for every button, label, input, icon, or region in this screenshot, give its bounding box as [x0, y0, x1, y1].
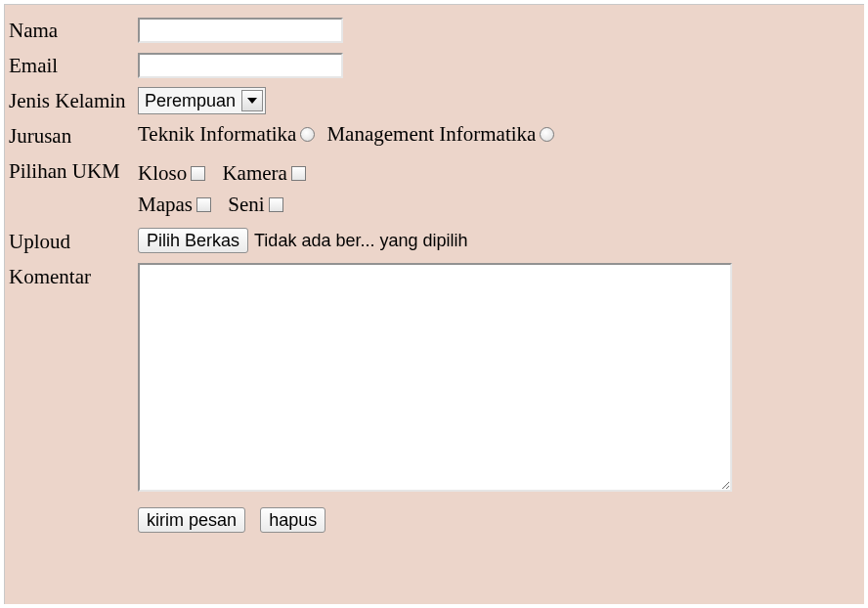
label-komentar: Komentar	[5, 259, 132, 294]
ukm-label-seni: Seni	[228, 189, 268, 220]
file-choose-button[interactable]: Pilih Berkas	[138, 228, 248, 253]
field-pilihan-ukm: Kloso Kamera Mapas Seni	[138, 153, 864, 224]
field-jenis-kelamin: Perempuan	[138, 83, 864, 118]
ukm-option-mapas: Mapas	[138, 189, 221, 220]
ukm-option-kloso: Kloso	[138, 157, 215, 189]
form-panel: Nama Email Jenis Kelamin Perempuan Jurus…	[4, 4, 864, 604]
jenis-kelamin-select[interactable]: Perempuan	[138, 87, 266, 114]
jurusan-radio-management[interactable]	[540, 127, 554, 142]
ukm-label-kloso: Kloso	[138, 157, 191, 189]
ukm-checkbox-mapas[interactable]	[196, 197, 211, 212]
field-komentar: kirim pesan hapus	[138, 259, 864, 537]
form-actions: kirim pesan hapus	[138, 498, 864, 533]
jurusan-option-management-informatika: Management Informatika	[326, 122, 564, 147]
field-nama	[138, 13, 864, 48]
svg-marker-0	[247, 98, 257, 104]
field-jurusan: Teknik Informatika Management Informatik…	[138, 118, 864, 153]
field-uploud: Pilih Berkas Tidak ada ber... yang dipil…	[138, 224, 864, 259]
label-jenis-kelamin: Jenis Kelamin	[5, 83, 132, 118]
jurusan-label-management: Management Informatika	[326, 122, 540, 147]
file-status-text: Tidak ada ber... yang dipilih	[248, 231, 467, 251]
ukm-label-kamera: Kamera	[222, 157, 290, 189]
nama-input[interactable]	[138, 18, 343, 43]
form-grid: Nama Email Jenis Kelamin Perempuan Jurus…	[5, 5, 864, 537]
label-pilihan-ukm: Pilihan UKM	[5, 153, 132, 224]
label-uploud: Uploud	[5, 224, 132, 259]
label-nama: Nama	[5, 13, 132, 48]
jenis-kelamin-selected: Perempuan	[139, 91, 241, 111]
jurusan-radio-teknik[interactable]	[300, 127, 315, 142]
komentar-textarea[interactable]	[138, 263, 732, 492]
ukm-label-mapas: Mapas	[138, 189, 196, 220]
ukm-checkbox-kamera[interactable]	[291, 166, 306, 181]
email-input[interactable]	[138, 53, 343, 78]
submit-button[interactable]: kirim pesan	[138, 507, 245, 533]
reset-button[interactable]: hapus	[260, 507, 326, 533]
label-jurusan: Jurusan	[5, 118, 132, 153]
label-email: Email	[5, 48, 132, 83]
ukm-checkbox-kloso[interactable]	[191, 166, 205, 181]
field-email	[138, 48, 864, 83]
ukm-option-kamera: Kamera	[222, 157, 315, 189]
ukm-option-seni: Seni	[228, 189, 292, 220]
ukm-checkbox-seni[interactable]	[269, 197, 283, 212]
jurusan-label-teknik: Teknik Informatika	[138, 122, 300, 147]
dropdown-arrow-icon	[241, 90, 263, 111]
jurusan-option-teknik-informatika: Teknik Informatika	[138, 122, 325, 147]
